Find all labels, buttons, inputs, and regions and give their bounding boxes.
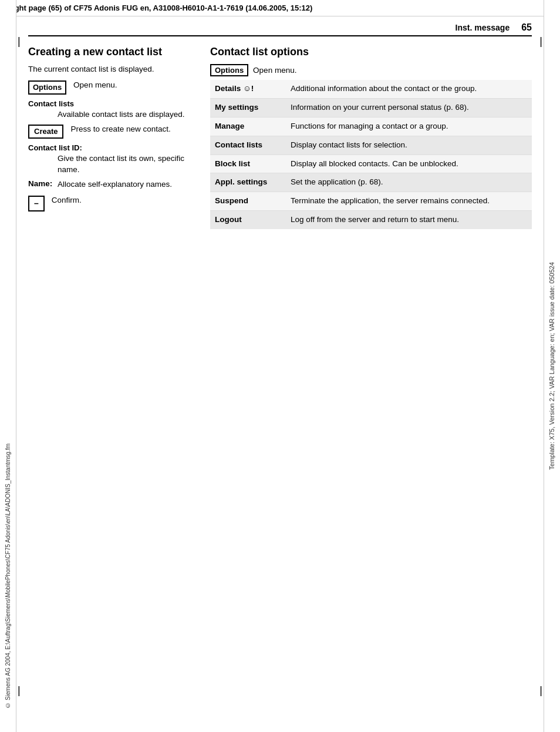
right-options-button[interactable]: Options bbox=[210, 64, 248, 76]
confirm-button[interactable]: – bbox=[28, 196, 45, 212]
table-key-cell: My settings bbox=[210, 98, 286, 117]
table-row: Block listDisplay all blocked contacts. … bbox=[210, 155, 532, 173]
left-sidebar: © Siemens AG 2004, E:\Auftrag\Siemens\Mo… bbox=[0, 0, 16, 732]
create-action-text: Press to create new contact. bbox=[70, 124, 198, 135]
table-key-cell: Appl. settings bbox=[210, 173, 286, 192]
create-row: Create Press to create new contact. bbox=[28, 124, 198, 139]
table-key-cell: Logout bbox=[210, 211, 286, 229]
right-section-title: Contact list options bbox=[210, 46, 532, 58]
table-value-cell: Additional information about the contact… bbox=[286, 80, 532, 98]
main-content: Inst. message 65 Creating a new contact … bbox=[16, 18, 544, 732]
table-row: ManageFunctions for managing a contact o… bbox=[210, 117, 532, 136]
table-row: Details ☺!Additional information about t… bbox=[210, 80, 532, 98]
table-value-cell: Log off from the server and return to st… bbox=[286, 211, 532, 229]
right-options-row: Options Open menu. bbox=[210, 64, 532, 76]
table-row: Contact listsDisplay contact lists for s… bbox=[210, 136, 532, 155]
table-value-cell: Functions for managing a contact or a gr… bbox=[286, 117, 532, 136]
confirm-btn-wrap: – bbox=[28, 196, 48, 212]
options-row: Options Open menu. bbox=[28, 80, 198, 95]
contact-list-id-text: Give the contact list its own, specific … bbox=[28, 153, 198, 176]
right-sidebar-text: Template: X75, Version 2.2; VAR Language… bbox=[548, 262, 556, 470]
table-value-cell: Information on your current personal sta… bbox=[286, 98, 532, 117]
table-row: SuspendTerminate the application, the se… bbox=[210, 192, 532, 211]
contact-list-id-label: Contact list ID: bbox=[28, 143, 198, 152]
right-sidebar: Template: X75, Version 2.2; VAR Language… bbox=[544, 0, 560, 732]
table-key-cell: Contact lists bbox=[210, 136, 286, 155]
contact-lists-text: Available contact lists are displayed. bbox=[28, 109, 198, 120]
options-btn-wrap: Options bbox=[28, 80, 70, 95]
right-options-text: Open menu. bbox=[253, 66, 296, 75]
create-btn-wrap: Create bbox=[28, 125, 67, 139]
confirm-row: – Confirm. bbox=[28, 195, 198, 212]
two-columns: Creating a new contact list The current … bbox=[28, 46, 532, 229]
options-table: Details ☺!Additional information about t… bbox=[210, 80, 532, 229]
left-sidebar-text: © Siemens AG 2004, E:\Auftrag\Siemens\Mo… bbox=[5, 444, 11, 709]
page-number: 65 bbox=[521, 22, 532, 33]
table-row: Appl. settingsSet the application (p. 68… bbox=[210, 173, 532, 192]
table-value-cell: Set the application (p. 68). bbox=[286, 173, 532, 192]
table-row: My settingsInformation on your current p… bbox=[210, 98, 532, 117]
header-text: right page (65) of CF75 Adonis FUG en, A… bbox=[9, 4, 312, 12]
options-button[interactable]: Options bbox=[28, 80, 66, 95]
left-intro: The current contact list is displayed. bbox=[28, 64, 198, 75]
right-column: Contact list options Options Open menu. … bbox=[210, 46, 532, 229]
table-value-cell: Terminate the application, the server re… bbox=[286, 192, 532, 211]
create-button[interactable]: Create bbox=[28, 125, 63, 139]
name-text: Allocate self-explanatory names. bbox=[58, 179, 198, 190]
table-value-cell: Display contact lists for selection. bbox=[286, 136, 532, 155]
contact-lists-label: Contact lists bbox=[28, 99, 198, 108]
name-row: Name: Allocate self-explanatory names. bbox=[28, 179, 198, 190]
left-section-title: Creating a new contact list bbox=[28, 46, 198, 58]
table-row: LogoutLog off from the server and return… bbox=[210, 211, 532, 229]
table-key-cell: Details ☺! bbox=[210, 80, 286, 98]
table-key-cell: Suspend bbox=[210, 192, 286, 211]
table-value-cell: Display all blocked contacts. Can be unb… bbox=[286, 155, 532, 173]
page-title: Inst. message bbox=[456, 23, 510, 32]
left-column: Creating a new contact list The current … bbox=[28, 46, 198, 229]
page-header: Inst. message 65 bbox=[28, 18, 532, 36]
name-label: Name: bbox=[28, 179, 58, 188]
confirm-action-text: Confirm. bbox=[52, 195, 198, 206]
table-key-cell: Block list bbox=[210, 155, 286, 173]
table-key-cell: Manage bbox=[210, 117, 286, 136]
options-action-text: Open menu. bbox=[73, 80, 198, 91]
top-header: right page (65) of CF75 Adonis FUG en, A… bbox=[0, 0, 560, 16]
